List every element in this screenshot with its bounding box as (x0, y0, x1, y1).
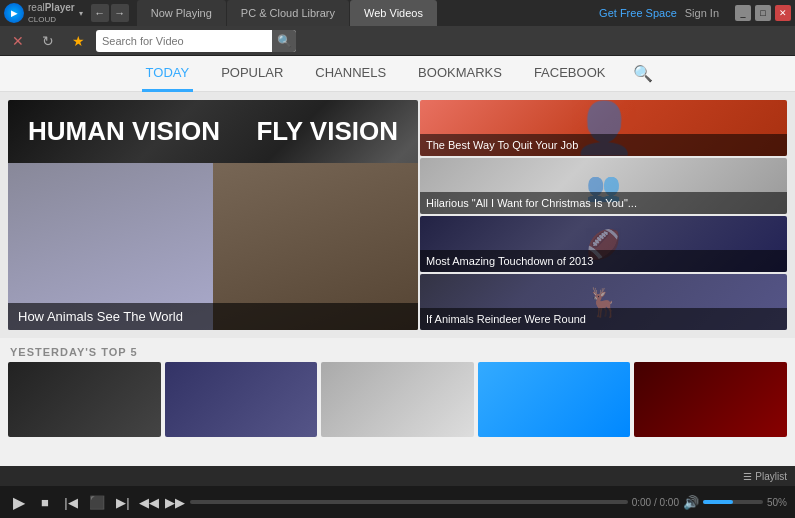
time-display: 0:00 / 0:00 (632, 497, 679, 508)
toolbar-star-icon[interactable]: ★ (66, 29, 90, 53)
close-button[interactable]: ✕ (775, 5, 791, 21)
featured-main-image: HUMAN VISION FLY VISION (8, 100, 418, 330)
yesterday-thumb-2[interactable] (165, 362, 318, 437)
toolbar: ✕ ↻ ★ 🔍 (0, 26, 795, 56)
thumb-label-3: Most Amazing Touchdown of 2013 (420, 250, 787, 272)
featured-left-label: HUMAN VISION (28, 116, 220, 147)
skip-fwd-button[interactable]: ▶| (112, 491, 134, 513)
progress-bar[interactable] (190, 500, 628, 504)
header-right: Get Free Space Sign In _ □ ✕ (599, 5, 791, 21)
ff-button[interactable]: ▶▶ (164, 491, 186, 513)
volume-area: 🔊 50% (683, 495, 787, 510)
minimize-button[interactable]: _ (735, 5, 751, 21)
nav-tab-facebook[interactable]: FACEBOOK (530, 56, 610, 92)
window-buttons: _ □ ✕ (735, 5, 791, 21)
featured-right-label: FLY VISION (256, 116, 398, 147)
thumb-item-3[interactable]: 🏈 Most Amazing Touchdown of 2013 (420, 216, 787, 272)
player-bar: ▶ ■ |◀ ⬛ ▶| ◀◀ ▶▶ 0:00 / 0:00 🔊 50% (0, 486, 795, 518)
nav-tabs: TODAY POPULAR CHANNELS BOOKMARKS FACEBOO… (0, 56, 795, 92)
featured-caption: How Animals See The World (8, 303, 418, 330)
search-submit-button[interactable]: 🔍 (272, 30, 296, 52)
thumb-item-2[interactable]: 👥 Hilarious "All I Want for Christmas Is… (420, 158, 787, 214)
get-free-space-link[interactable]: Get Free Space (599, 7, 677, 19)
stop-button[interactable]: ■ (34, 491, 56, 513)
nav-tab-channels[interactable]: CHANNELS (311, 56, 390, 92)
title-bar: ▶ realPlayerCLOUD ▾ ← → Now Playing PC &… (0, 0, 795, 26)
volume-fill (703, 500, 733, 504)
yesterday-thumb-3[interactable] (321, 362, 474, 437)
maximize-button[interactable]: □ (755, 5, 771, 21)
playlist-button[interactable]: ☰ Playlist (743, 471, 787, 482)
featured-main-video[interactable]: HUMAN VISION FLY VISION How Animals See … (8, 100, 418, 330)
nav-tab-popular[interactable]: POPULAR (217, 56, 287, 92)
play-button[interactable]: ▶ (8, 491, 30, 513)
skip-back-button[interactable]: ⬛ (86, 491, 108, 513)
nav-search-icon[interactable]: 🔍 (633, 64, 653, 83)
logo-area: ▶ realPlayerCLOUD ▾ (4, 2, 83, 24)
thumb-label-2: Hilarious "All I Want for Christmas Is Y… (420, 192, 787, 214)
toolbar-refresh-icon[interactable]: ↻ (36, 29, 60, 53)
tab-web-videos[interactable]: Web Videos (350, 0, 437, 26)
logo-text: realPlayerCLOUD (28, 2, 75, 24)
yesterday-thumb-4[interactable] (478, 362, 631, 437)
nav-tab-today[interactable]: TODAY (142, 56, 194, 92)
thumb-item-1[interactable]: 👤 The Best Way To Quit Your Job (420, 100, 787, 156)
tab-now-playing[interactable]: Now Playing (137, 0, 226, 26)
yesterday-thumb-row (0, 362, 795, 445)
volume-bar[interactable] (703, 500, 763, 504)
progress-area[interactable] (190, 500, 628, 504)
thumb-label-4: If Animals Reindeer Were Round (420, 308, 787, 330)
nav-arrows: ← → (91, 4, 129, 22)
side-thumbs: 👤 The Best Way To Quit Your Job 👥 Hilari… (420, 100, 787, 330)
volume-icon[interactable]: 🔊 (683, 495, 699, 510)
sign-in-link[interactable]: Sign In (685, 7, 719, 19)
logo-dropdown-icon[interactable]: ▾ (79, 9, 83, 18)
realplayer-logo-icon: ▶ (4, 3, 24, 23)
playlist-bar: ☰ Playlist (0, 466, 795, 486)
toolbar-close-icon[interactable]: ✕ (6, 29, 30, 53)
main-content: HUMAN VISION FLY VISION How Animals See … (0, 92, 795, 466)
tab-group: Now Playing PC & Cloud Library Web Video… (137, 0, 599, 26)
yesterday-thumb-1[interactable] (8, 362, 161, 437)
yesterday-thumb-5[interactable] (634, 362, 787, 437)
featured-row: HUMAN VISION FLY VISION How Animals See … (0, 92, 795, 338)
prev-button[interactable]: |◀ (60, 491, 82, 513)
yesterday-section-header: YESTERDAY'S TOP 5 (0, 338, 795, 362)
search-box[interactable]: 🔍 (96, 30, 296, 52)
featured-header: HUMAN VISION FLY VISION (8, 100, 418, 163)
nav-tab-bookmarks[interactable]: BOOKMARKS (414, 56, 506, 92)
forward-button[interactable]: → (111, 4, 129, 22)
thumb-label-1: The Best Way To Quit Your Job (420, 134, 787, 156)
playlist-icon: ☰ (743, 471, 752, 482)
search-input[interactable] (96, 35, 272, 47)
rewind-button[interactable]: ◀◀ (138, 491, 160, 513)
thumb-item-4[interactable]: 🦌 If Animals Reindeer Were Round (420, 274, 787, 330)
back-button[interactable]: ← (91, 4, 109, 22)
playlist-label: Playlist (755, 471, 787, 482)
volume-percentage: 50% (767, 497, 787, 508)
tab-pc-cloud-library[interactable]: PC & Cloud Library (227, 0, 349, 26)
